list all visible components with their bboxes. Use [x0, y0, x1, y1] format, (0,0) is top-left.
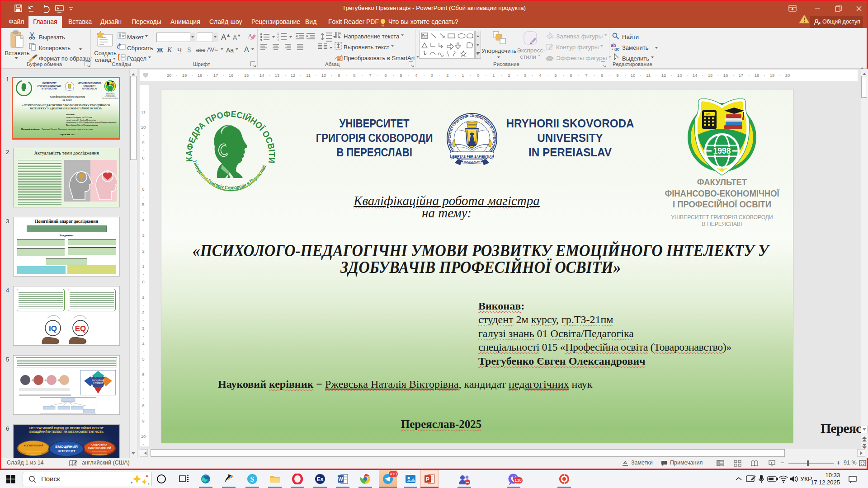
- svg-text:2: 2: [277, 35, 279, 38]
- svg-text:IQ: IQ: [49, 324, 57, 333]
- svg-text:Es: Es: [317, 476, 324, 483]
- svg-text:ІНТЕЛЕКТ: ІНТЕЛЕКТ: [57, 449, 75, 453]
- svg-text:A: A: [339, 31, 341, 36]
- svg-text:MDCCCLXXXVI: MDCCCLXXXVI: [464, 160, 481, 163]
- svg-text:+: +: [31, 378, 34, 383]
- svg-text:A: A: [248, 33, 253, 40]
- svg-text:W: W: [338, 476, 343, 482]
- svg-text:EQ: EQ: [75, 324, 86, 333]
- svg-text:ЕМОЦІЙНИЙ: ЕМОЦІЙНИЙ: [92, 379, 104, 382]
- svg-text:ac: ac: [614, 47, 620, 51]
- svg-text:+: +: [44, 378, 47, 383]
- svg-text:P: P: [426, 476, 429, 483]
- svg-text:+: +: [57, 378, 60, 383]
- svg-text:ЕМОЦІЙНИЙ: ЕМОЦІЙНИЙ: [55, 445, 78, 449]
- svg-text:1: 1: [277, 32, 279, 35]
- svg-text:СОЦІАЛЬНО-: СОЦІАЛЬНО-: [91, 443, 108, 446]
- svg-text:A: A: [422, 33, 425, 38]
- svg-text:3: 3: [277, 38, 279, 42]
- svg-text:КОГНІТИВНИЙ: КОГНІТИВНИЙ: [24, 444, 43, 447]
- svg-text:ІНТЕЛЕКТ: ІНТЕЛЕКТ: [93, 382, 103, 385]
- svg-text:КОМУНІКАТИВНИЙ: КОМУНІКАТИВНИЙ: [88, 446, 111, 449]
- svg-text:S: S: [250, 475, 255, 483]
- svg-text:1998: 1998: [713, 146, 731, 155]
- svg-text:000: 000: [706, 113, 710, 116]
